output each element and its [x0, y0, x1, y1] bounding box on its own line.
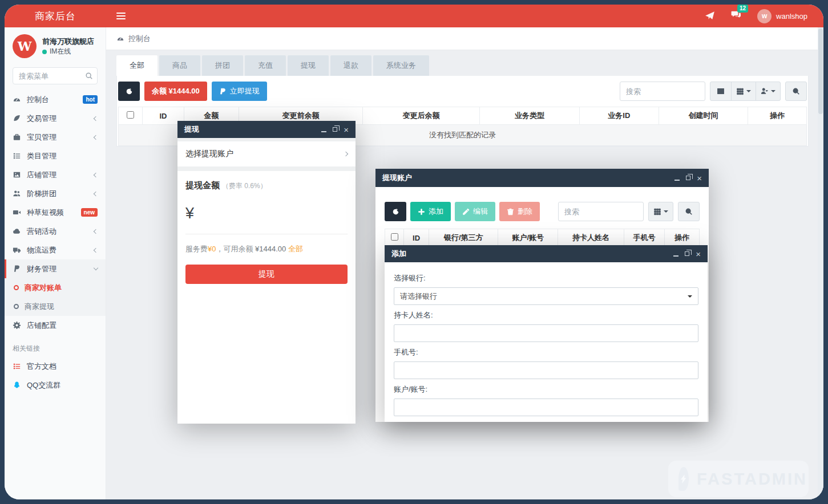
sidebar-item-label: 财务管理 [27, 264, 56, 274]
col-actions[interactable]: 操作 [665, 229, 700, 247]
col-business-id[interactable]: 业务ID [579, 107, 659, 125]
phone-input[interactable] [394, 361, 698, 379]
new-badge: new [81, 208, 98, 217]
sidebar-item-video[interactable]: 种草短视频 new [5, 203, 106, 222]
rate-note: （费率 0.6%） [222, 182, 267, 190]
fee-prefix: 服务费 [185, 245, 208, 253]
send-icon[interactable] [705, 11, 715, 21]
tab-groupbuy[interactable]: 拼团 [202, 55, 243, 76]
account-search-input[interactable] [558, 202, 644, 221]
col-id[interactable]: ID [404, 229, 429, 247]
scrollbar[interactable] [818, 27, 823, 499]
holder-name-input[interactable] [394, 324, 698, 342]
sidebar-item-goods[interactable]: 宝贝管理 [5, 128, 106, 147]
sidebar-item-trade[interactable]: 交易管理 [5, 109, 106, 128]
select-withdraw-account-row[interactable]: 选择提现账户 [177, 141, 356, 166]
sidebar-item-logistics[interactable]: 物流运费 [5, 241, 106, 259]
close-icon[interactable]: × [344, 125, 349, 134]
col-account[interactable]: 账户/账号 [498, 229, 558, 247]
sidebar-item-finance[interactable]: 财务管理 [5, 259, 106, 278]
sidebar-link-qq[interactable]: QQ交流群 [5, 376, 106, 395]
bank-select-value: 请选择银行 [400, 291, 437, 302]
tab-recharge[interactable]: 充值 [245, 55, 286, 76]
sidebar-link-docs[interactable]: 官方文档 [5, 357, 106, 376]
caret-down-icon [746, 90, 751, 92]
withdraw-amount-input[interactable] [200, 207, 351, 220]
sidebar-item-label: 控制台 [27, 95, 49, 105]
paypal-icon [13, 265, 21, 273]
select-all-checkbox[interactable] [391, 233, 398, 241]
withdraw-dialog-titlebar[interactable]: 提现 × [177, 121, 356, 138]
close-icon[interactable]: × [697, 174, 702, 182]
col-business-type[interactable]: 业务类型 [480, 107, 580, 125]
dashboard-icon [13, 95, 21, 104]
withdraw-dialog: 提现 × 选择提现账户 提现金额（费率 0.6%） ¥ 服务费¥0，可用余额 ¥… [177, 121, 356, 424]
search-submit-button[interactable] [678, 202, 700, 221]
col-phone[interactable]: 手机号 [624, 229, 665, 247]
close-icon[interactable]: × [696, 250, 701, 258]
search-icon [85, 72, 93, 80]
tab-withdraw[interactable]: 提现 [288, 55, 329, 76]
maximize-icon[interactable] [686, 176, 690, 180]
all-link[interactable]: 全部 [288, 245, 303, 253]
video-icon [13, 208, 21, 217]
maximize-icon[interactable] [333, 127, 337, 132]
withdraw-submit-button[interactable]: 提现 [185, 265, 348, 284]
sidebar-item-dashboard[interactable]: 控制台 hot [5, 90, 106, 109]
menu-toggle-icon[interactable] [116, 13, 126, 19]
columns-button[interactable] [648, 202, 673, 221]
refresh-button[interactable] [118, 82, 140, 101]
sidebar-item-config[interactable]: 店铺配置 [5, 316, 106, 335]
tab-all[interactable]: 全部 [116, 55, 157, 76]
withdraw-form: 提现金额（费率 0.6%） ¥ 服务费¥0，可用余额 ¥1444.00 全部 提… [177, 171, 356, 424]
sidebar-subitem-withdraw[interactable]: 商家提现 [5, 297, 106, 316]
select-all-checkbox[interactable] [127, 111, 134, 119]
sidebar-item-label: 宝贝管理 [27, 132, 56, 143]
bank-select[interactable]: 请选择银行 [394, 287, 698, 305]
refresh-button[interactable] [385, 202, 406, 221]
tab-refund[interactable]: 退款 [330, 55, 371, 76]
columns-button[interactable] [731, 82, 756, 101]
col-bank[interactable]: 银行/第三方 [429, 229, 498, 247]
col-create-time[interactable]: 创建时间 [659, 107, 748, 125]
tab-bar: 全部 商品 拼团 充值 提现 退款 系统业务 [116, 55, 809, 76]
breadcrumb-item[interactable]: 控制台 [128, 34, 151, 44]
edit-label: 编辑 [473, 206, 488, 217]
toggle-view-button[interactable] [710, 82, 732, 101]
col-actions[interactable]: 操作 [748, 107, 807, 125]
delete-button[interactable]: 删除 [499, 202, 540, 221]
export-button[interactable] [756, 82, 781, 101]
amount-section-title: 提现金额（费率 0.6%） [185, 180, 348, 191]
sidebar-subitem-statement[interactable]: 商家对账单 [5, 278, 106, 297]
sidebar-item-store[interactable]: 店铺管理 [5, 165, 106, 184]
chevron-left-icon [94, 116, 98, 120]
tab-system[interactable]: 系统业务 [373, 55, 429, 76]
holder-label: 持卡人姓名: [394, 310, 698, 320]
users-icon [13, 189, 21, 198]
maximize-icon[interactable] [685, 251, 689, 256]
col-holder[interactable]: 持卡人姓名 [558, 229, 624, 247]
brand-title[interactable]: 商家后台 [5, 5, 106, 27]
user-menu[interactable]: w wanlshop [757, 9, 807, 23]
sidebar-item-category[interactable]: 类目管理 [5, 147, 106, 165]
minimize-icon[interactable] [321, 131, 326, 132]
edit-button[interactable]: 编辑 [455, 202, 495, 221]
balance-button[interactable]: 余额 ¥1444.00 [144, 82, 207, 101]
minimize-icon[interactable] [673, 255, 678, 257]
messages-icon[interactable]: 12 [731, 10, 741, 22]
sidebar: W 前海万联旗舰店 IM在线 控制台 hot 交易管理 [5, 27, 106, 499]
account-dialog-titlebar[interactable]: 提现账户 × [375, 169, 709, 187]
account-number-input[interactable] [394, 399, 698, 416]
tab-goods[interactable]: 商品 [159, 55, 200, 76]
search-submit-button[interactable] [785, 82, 807, 101]
add-button[interactable]: 添加 [410, 202, 451, 221]
withdraw-now-button[interactable]: 立即提现 [212, 82, 267, 101]
col-after-balance[interactable]: 变更后余额 [363, 107, 480, 125]
sidebar-item-groupbuy[interactable]: 阶梯拼团 [5, 184, 106, 203]
add-dialog-titlebar[interactable]: 添加 × [385, 245, 708, 262]
scrollbar-thumb[interactable] [818, 29, 823, 114]
records-search-input[interactable] [620, 82, 705, 101]
available-text: ，可用余额 [216, 245, 253, 253]
sidebar-item-marketing[interactable]: 营销活动 [5, 222, 106, 241]
minimize-icon[interactable] [674, 180, 680, 181]
